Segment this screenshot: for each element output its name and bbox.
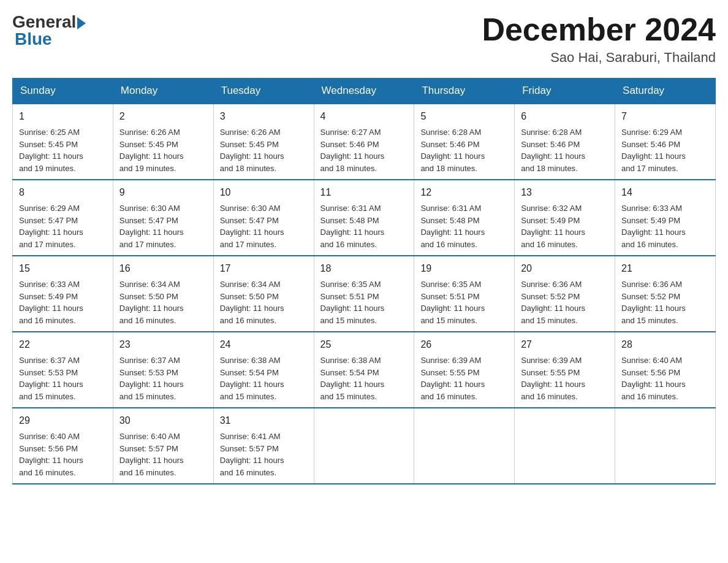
sunset-text: Sunset: 5:47 PM [19, 216, 78, 225]
sunrise-text: Sunrise: 6:40 AM [621, 356, 682, 365]
calendar-cell: 1 Sunrise: 6:25 AM Sunset: 5:45 PM Dayli… [13, 104, 113, 180]
sunset-text: Sunset: 5:50 PM [119, 292, 178, 301]
header-friday: Friday [515, 79, 615, 104]
daylight-text2: and 16 minutes. [19, 316, 76, 325]
daylight-text: Daylight: 11 hours [420, 380, 485, 389]
calendar-cell: 6 Sunrise: 6:28 AM Sunset: 5:46 PM Dayli… [515, 104, 615, 180]
sunset-text: Sunset: 5:54 PM [220, 368, 279, 377]
day-number: 2 [119, 109, 207, 124]
sunset-text: Sunset: 5:57 PM [220, 444, 279, 453]
sunset-text: Sunset: 5:52 PM [621, 292, 680, 301]
sunset-text: Sunset: 5:50 PM [220, 292, 279, 301]
sunset-text: Sunset: 5:53 PM [119, 368, 178, 377]
day-number: 23 [119, 337, 207, 352]
sunrise-text: Sunrise: 6:28 AM [420, 128, 481, 137]
calendar-header-row: SundayMondayTuesdayWednesdayThursdayFrid… [13, 79, 716, 104]
calendar-week-5: 29 Sunrise: 6:40 AM Sunset: 5:56 PM Dayl… [13, 408, 716, 484]
day-number: 13 [521, 185, 609, 200]
day-number: 26 [420, 337, 508, 352]
daylight-text: Daylight: 11 hours [220, 151, 284, 161]
sunset-text: Sunset: 5:55 PM [420, 368, 479, 377]
daylight-text2: and 17 minutes. [19, 240, 76, 249]
day-number: 8 [19, 185, 107, 200]
daylight-text: Daylight: 11 hours [220, 456, 284, 465]
header-monday: Monday [113, 79, 213, 104]
header-saturday: Saturday [615, 79, 716, 104]
daylight-text: Daylight: 11 hours [420, 228, 485, 237]
daylight-text2: and 15 minutes. [320, 316, 377, 325]
calendar-week-1: 1 Sunrise: 6:25 AM Sunset: 5:45 PM Dayli… [13, 104, 716, 180]
daylight-text: Daylight: 11 hours [119, 380, 184, 389]
calendar-cell [515, 408, 615, 484]
calendar-cell: 17 Sunrise: 6:34 AM Sunset: 5:50 PM Dayl… [213, 256, 314, 332]
sunset-text: Sunset: 5:45 PM [119, 140, 178, 149]
sunset-text: Sunset: 5:47 PM [220, 216, 279, 225]
sunset-text: Sunset: 5:48 PM [420, 216, 479, 225]
sunset-text: Sunset: 5:55 PM [521, 368, 580, 377]
daylight-text: Daylight: 11 hours [320, 228, 385, 237]
calendar-week-2: 8 Sunrise: 6:29 AM Sunset: 5:47 PM Dayli… [13, 180, 716, 256]
sunrise-text: Sunrise: 6:38 AM [220, 356, 281, 365]
calendar-cell: 4 Sunrise: 6:27 AM Sunset: 5:46 PM Dayli… [314, 104, 414, 180]
daylight-text2: and 18 minutes. [521, 164, 578, 173]
day-number: 16 [119, 261, 207, 276]
daylight-text2: and 17 minutes. [621, 164, 678, 173]
daylight-text: Daylight: 11 hours [220, 304, 284, 313]
daylight-text2: and 16 minutes. [320, 240, 377, 249]
logo: General Blue [12, 12, 86, 49]
calendar-week-3: 15 Sunrise: 6:33 AM Sunset: 5:49 PM Dayl… [13, 256, 716, 332]
calendar-cell: 3 Sunrise: 6:26 AM Sunset: 5:45 PM Dayli… [213, 104, 314, 180]
daylight-text2: and 16 minutes. [220, 468, 277, 477]
sunrise-text: Sunrise: 6:35 AM [420, 280, 481, 289]
daylight-text2: and 15 minutes. [119, 392, 176, 401]
daylight-text: Daylight: 11 hours [521, 380, 585, 389]
daylight-text: Daylight: 11 hours [119, 228, 184, 237]
daylight-text: Daylight: 11 hours [521, 304, 585, 313]
day-number: 17 [220, 261, 308, 276]
sunrise-text: Sunrise: 6:37 AM [119, 356, 180, 365]
day-number: 14 [621, 185, 709, 200]
sunrise-text: Sunrise: 6:27 AM [320, 128, 381, 137]
calendar-cell: 11 Sunrise: 6:31 AM Sunset: 5:48 PM Dayl… [314, 180, 414, 256]
day-number: 27 [521, 337, 609, 352]
logo-arrow-icon [77, 17, 86, 29]
header-sunday: Sunday [13, 79, 113, 104]
sunrise-text: Sunrise: 6:32 AM [521, 204, 582, 213]
daylight-text: Daylight: 11 hours [521, 228, 585, 237]
day-number: 10 [220, 185, 308, 200]
daylight-text: Daylight: 11 hours [420, 151, 485, 161]
day-number: 22 [19, 337, 107, 352]
sunrise-text: Sunrise: 6:31 AM [420, 204, 481, 213]
daylight-text: Daylight: 11 hours [320, 304, 385, 313]
daylight-text2: and 15 minutes. [420, 316, 477, 325]
sunset-text: Sunset: 5:47 PM [119, 216, 178, 225]
calendar-cell: 29 Sunrise: 6:40 AM Sunset: 5:56 PM Dayl… [13, 408, 113, 484]
daylight-text2: and 16 minutes. [119, 316, 176, 325]
daylight-text2: and 16 minutes. [521, 240, 578, 249]
sunset-text: Sunset: 5:46 PM [420, 140, 479, 149]
calendar-cell: 15 Sunrise: 6:33 AM Sunset: 5:49 PM Dayl… [13, 256, 113, 332]
daylight-text2: and 15 minutes. [621, 316, 678, 325]
day-number: 31 [220, 413, 308, 428]
calendar-cell: 9 Sunrise: 6:30 AM Sunset: 5:47 PM Dayli… [113, 180, 213, 256]
daylight-text2: and 15 minutes. [320, 392, 377, 401]
daylight-text: Daylight: 11 hours [621, 151, 686, 161]
daylight-text2: and 16 minutes. [521, 392, 578, 401]
sunrise-text: Sunrise: 6:36 AM [521, 280, 582, 289]
daylight-text: Daylight: 11 hours [19, 151, 83, 161]
sunset-text: Sunset: 5:53 PM [19, 368, 78, 377]
header-tuesday: Tuesday [213, 79, 314, 104]
sunset-text: Sunset: 5:56 PM [19, 444, 78, 453]
daylight-text2: and 16 minutes. [119, 468, 176, 477]
calendar-cell [414, 408, 515, 484]
daylight-text: Daylight: 11 hours [119, 456, 184, 465]
calendar-cell: 16 Sunrise: 6:34 AM Sunset: 5:50 PM Dayl… [113, 256, 213, 332]
daylight-text: Daylight: 11 hours [621, 380, 686, 389]
calendar-cell: 12 Sunrise: 6:31 AM Sunset: 5:48 PM Dayl… [414, 180, 515, 256]
day-number: 25 [320, 337, 408, 352]
sunset-text: Sunset: 5:54 PM [320, 368, 379, 377]
daylight-text2: and 16 minutes. [19, 468, 76, 477]
daylight-text2: and 16 minutes. [420, 392, 477, 401]
daylight-text: Daylight: 11 hours [19, 380, 83, 389]
sunrise-text: Sunrise: 6:26 AM [119, 128, 180, 137]
